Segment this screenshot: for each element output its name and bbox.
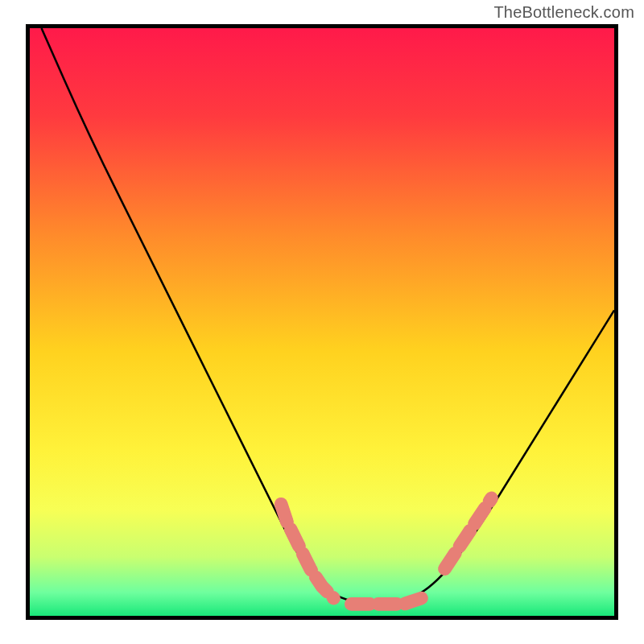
main-curve-path <box>42 28 614 604</box>
chart-stage: TheBottleneck.com <box>0 0 644 644</box>
watermark-text: TheBottleneck.com <box>493 3 634 22</box>
chart-plot <box>30 28 614 616</box>
chart-frame <box>26 24 618 620</box>
marker-band-bottom-marker-band <box>351 598 421 604</box>
marker-band-right-marker-band <box>444 498 491 569</box>
marker-group <box>281 498 491 604</box>
marker-band-left-marker-band <box>281 504 333 598</box>
